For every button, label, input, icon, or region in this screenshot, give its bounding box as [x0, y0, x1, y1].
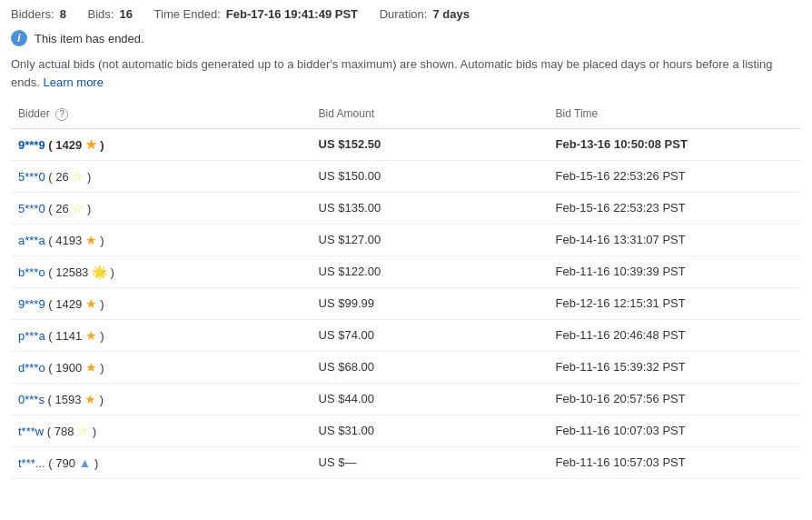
table-row: b***o ( 12583 🌟 )US $122.00Feb-11-16 10:…: [11, 255, 801, 287]
time-ended-label: Time Ended:: [154, 7, 221, 21]
table-row: 5***0 ( 26 ☆ )US $135.00Feb-15-16 22:53:…: [11, 192, 801, 224]
bidder-cell: t***... ( 790 ▲ ): [11, 446, 312, 478]
table-row: 5***0 ( 26 ☆ )US $150.00Feb-15-16 22:53:…: [11, 160, 801, 192]
star-icon: 🌟: [92, 265, 107, 279]
star-icon: ★: [85, 360, 97, 375]
bidder-cell: p***a ( 1141 ★ ): [11, 319, 312, 351]
bidders-label: Bidders:: [11, 7, 54, 21]
bidder-link[interactable]: 9***9: [18, 138, 45, 152]
table-header-row: Bidder ? Bid Amount Bid Time: [11, 102, 801, 128]
star-icon: ★: [85, 328, 97, 343]
bidder-cell: 9***9 ( 1429 ★ ): [11, 128, 312, 160]
notice-text: Only actual bids (not automatic bids gen…: [11, 55, 801, 91]
bid-time-cell: Feb-11-16 10:57:03 PST: [549, 446, 801, 478]
bidder-link[interactable]: d***o: [18, 361, 45, 375]
bid-time-cell: Feb-14-16 13:31:07 PST: [549, 224, 801, 255]
bid-amount-cell: US $68.00: [312, 351, 549, 383]
col-header-time: Bid Time: [549, 102, 801, 128]
star-icon: ▲: [78, 455, 91, 470]
ended-notice: i This item has ended.: [11, 30, 801, 46]
bidders-value: 8: [60, 7, 66, 21]
table-row: 9***9 ( 1429 ★ )US $152.50Feb-13-16 10:5…: [11, 128, 801, 160]
bid-amount-cell: US $150.00: [312, 160, 549, 192]
bidder-link[interactable]: p***a: [18, 329, 45, 343]
bidder-link[interactable]: t***...: [18, 456, 45, 470]
bid-amount-cell: US $44.00: [312, 383, 549, 415]
bidder-cell: b***o ( 12583 🌟 ): [11, 255, 312, 287]
bid-time-cell: Feb-11-16 15:39:32 PST: [549, 351, 801, 383]
bidder-link[interactable]: t***w: [18, 425, 44, 438]
bid-amount-cell: US $127.00: [312, 224, 549, 255]
bidder-link[interactable]: b***o: [18, 265, 45, 279]
star-icon: ★: [85, 296, 97, 311]
bid-amount-cell: US $74.00: [312, 319, 549, 351]
bidder-link[interactable]: 0***s: [18, 393, 45, 406]
table-row: d***o ( 1900 ★ )US $68.00Feb-11-16 15:39…: [11, 351, 801, 383]
bids-table: Bidder ? Bid Amount Bid Time 9***9 ( 142…: [11, 102, 801, 479]
star-icon: ☆: [77, 424, 89, 438]
bid-time-cell: Feb-11-16 10:39:39 PST: [549, 255, 801, 287]
bidder-cell: 9***9 ( 1429 ★ ): [11, 287, 312, 319]
bidder-cell: d***o ( 1900 ★ ): [11, 351, 312, 383]
summary-bar: Bidders: 8 Bids: 16 Time Ended: Feb-17-1…: [11, 7, 801, 21]
star-icon: ★: [85, 137, 97, 152]
info-icon: i: [11, 30, 27, 46]
star-icon: ★: [85, 233, 97, 247]
bid-time-cell: Feb-10-16 20:57:56 PST: [549, 383, 801, 415]
star-icon: ☆: [72, 169, 84, 184]
table-row: t***... ( 790 ▲ )US $—Feb-11-16 10:57:03…: [11, 446, 801, 478]
bidder-help-icon[interactable]: ?: [55, 108, 68, 121]
star-icon: ★: [84, 392, 96, 406]
bidder-link[interactable]: 9***9: [18, 297, 45, 311]
table-row: 9***9 ( 1429 ★ )US $99.99Feb-12-16 12:15…: [11, 287, 801, 319]
ended-notice-text: This item has ended.: [35, 32, 144, 45]
bid-amount-cell: US $—: [312, 446, 549, 478]
bids-value: 16: [119, 7, 132, 21]
bid-time-cell: Feb-15-16 22:53:26 PST: [549, 160, 801, 192]
table-row: t***w ( 788 ☆ )US $31.00Feb-11-16 10:07:…: [11, 415, 801, 446]
col-header-bidder: Bidder ?: [11, 102, 312, 128]
bid-amount-cell: US $31.00: [312, 415, 549, 446]
bid-time-cell: Feb-13-16 10:50:08 PST: [549, 128, 801, 160]
bidder-link[interactable]: a***a: [18, 234, 45, 247]
bid-amount-cell: US $152.50: [312, 128, 549, 160]
bidder-cell: 5***0 ( 26 ☆ ): [11, 192, 312, 224]
duration-value: 7 days: [432, 7, 469, 21]
bid-time-cell: Feb-11-16 20:46:48 PST: [549, 319, 801, 351]
bidder-cell: 0***s ( 1593 ★ ): [11, 383, 312, 415]
bids-label: Bids:: [88, 7, 114, 21]
learn-more-link[interactable]: Learn more: [43, 75, 103, 89]
bid-amount-cell: US $122.00: [312, 255, 549, 287]
bid-amount-cell: US $135.00: [312, 192, 549, 224]
time-ended-value: Feb-17-16 19:41:49 PST: [226, 7, 358, 21]
table-row: p***a ( 1141 ★ )US $74.00Feb-11-16 20:46…: [11, 319, 801, 351]
bidder-cell: a***a ( 4193 ★ ): [11, 224, 312, 255]
bidder-link[interactable]: 5***0: [18, 202, 45, 215]
table-row: 0***s ( 1593 ★ )US $44.00Feb-10-16 20:57…: [11, 383, 801, 415]
star-icon: ☆: [72, 201, 84, 215]
bidder-cell: t***w ( 788 ☆ ): [11, 415, 312, 446]
bidder-link[interactable]: 5***0: [18, 170, 45, 184]
col-header-amount: Bid Amount: [312, 102, 549, 128]
bid-amount-cell: US $99.99: [312, 287, 549, 319]
table-row: a***a ( 4193 ★ )US $127.00Feb-14-16 13:3…: [11, 224, 801, 255]
bid-time-cell: Feb-15-16 22:53:23 PST: [549, 192, 801, 224]
bidder-cell: 5***0 ( 26 ☆ ): [11, 160, 312, 192]
bid-time-cell: Feb-12-16 12:15:31 PST: [549, 287, 801, 319]
duration-label: Duration:: [380, 7, 428, 21]
bid-time-cell: Feb-11-16 10:07:03 PST: [549, 415, 801, 446]
